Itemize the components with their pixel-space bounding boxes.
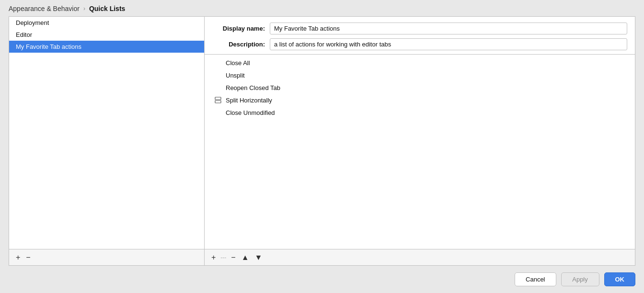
- breadcrumb-separator: ›: [83, 5, 85, 12]
- toolbar-separator-text: ---: [219, 254, 227, 261]
- no-icon: [214, 84, 222, 91]
- no-icon: [214, 59, 222, 67]
- action-item-split-horizontally[interactable]: Split Horizontally: [205, 94, 635, 106]
- list-item-deployment[interactable]: Deployment: [9, 17, 204, 29]
- right-panel: Display name: Description: Close All: [205, 17, 635, 265]
- action-item-close-all[interactable]: Close All: [205, 56, 635, 69]
- action-item-reopen-closed-tab[interactable]: Reopen Closed Tab: [205, 81, 635, 94]
- display-name-row: Display name:: [212, 23, 627, 34]
- no-icon: [214, 109, 222, 116]
- description-label: Description:: [212, 41, 265, 48]
- action-item-close-unmodified[interactable]: Close Unmodified: [205, 106, 635, 119]
- remove-list-button[interactable]: −: [24, 252, 32, 263]
- list-item-editor[interactable]: Editor: [9, 29, 204, 41]
- quick-lists-list: Deployment Editor My Favorite Tab action…: [9, 17, 204, 249]
- display-name-label: Display name:: [212, 25, 265, 32]
- svg-rect-1: [215, 101, 221, 103]
- apply-button[interactable]: Apply: [561, 272, 599, 286]
- actions-list: Close All Unsplit Reopen Closed Tab: [205, 55, 635, 249]
- add-list-button[interactable]: +: [14, 252, 22, 263]
- description-row: Description:: [212, 38, 627, 50]
- move-down-button[interactable]: ▼: [253, 252, 264, 263]
- bottom-bar: Cancel Apply OK: [0, 266, 644, 293]
- left-toolbar: + −: [9, 249, 204, 265]
- ok-button[interactable]: OK: [604, 272, 636, 286]
- right-form: Display name: Description:: [205, 17, 635, 54]
- description-input[interactable]: [270, 38, 627, 50]
- split-horizontally-icon: [214, 96, 222, 104]
- breadcrumb-current: Quick Lists: [89, 5, 125, 12]
- actions-list-container: Close All Unsplit Reopen Closed Tab: [205, 54, 635, 265]
- list-item-my-favorite[interactable]: My Favorite Tab actions: [9, 41, 204, 53]
- move-up-button[interactable]: ▲: [240, 252, 251, 263]
- cancel-button[interactable]: Cancel: [515, 272, 556, 286]
- left-panel: Deployment Editor My Favorite Tab action…: [9, 17, 205, 265]
- action-item-unsplit[interactable]: Unsplit: [205, 69, 635, 81]
- no-icon: [214, 71, 222, 79]
- right-toolbar: + --- − ▲ ▼: [205, 249, 635, 265]
- svg-rect-0: [215, 97, 221, 100]
- add-action-button[interactable]: +: [209, 252, 218, 263]
- display-name-input[interactable]: [270, 23, 627, 34]
- breadcrumb-parent[interactable]: Appearance & Behavior: [9, 5, 80, 12]
- remove-action-button[interactable]: −: [229, 252, 237, 263]
